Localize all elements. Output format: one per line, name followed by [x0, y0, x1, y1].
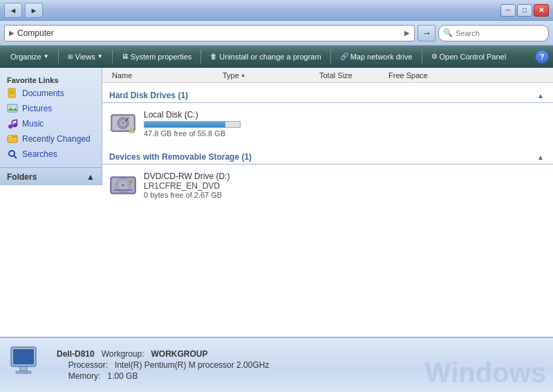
- type-sort-icon: ▲: [241, 72, 246, 78]
- sidebar-item-music[interactable]: Music: [0, 116, 102, 131]
- sidebar-section-title: Favorite Links: [0, 73, 102, 86]
- group-removable-collapse[interactable]: ▲: [535, 151, 546, 162]
- views-label: Views: [75, 53, 95, 61]
- maximize-button[interactable]: □: [517, 4, 532, 17]
- sidebar-item-documents[interactable]: Documents: [0, 86, 102, 101]
- sidebar-item-recently-changed-label: Recently Changed: [22, 134, 91, 144]
- search-wrap: 🔍: [438, 25, 549, 41]
- uninstall-icon: 🗑: [210, 53, 217, 60]
- status-row-computer: Dell-D810 Workgroup: WORKGROUP: [57, 349, 269, 359]
- sidebar-item-searches[interactable]: Searches: [0, 147, 102, 162]
- group-hdd-title: Hard Disk Drives (1): [109, 91, 535, 100]
- sysprops-button[interactable]: 🖥 System properties: [115, 48, 198, 65]
- sidebar-item-searches-label: Searches: [22, 149, 57, 159]
- recently-changed-icon: [7, 133, 18, 144]
- searches-icon: [7, 149, 18, 160]
- svg-point-15: [10, 136, 12, 138]
- drive-d-size: 0 bytes free of 2.67 GB: [144, 191, 546, 199]
- status-bg-decoration: Windows: [425, 357, 546, 389]
- views-button[interactable]: ⊞ Views ▼: [62, 48, 109, 65]
- address-input-wrap[interactable]: ▶ Computer ▶: [4, 25, 415, 41]
- svg-point-29: [122, 184, 124, 187]
- controlpanel-button[interactable]: ⚙ Open Control Panel: [425, 48, 513, 65]
- toolbar-sep-2: [112, 50, 113, 64]
- drive-c-size: 47.8 GB free of 55.8 GB: [144, 129, 546, 138]
- svg-rect-24: [129, 130, 135, 133]
- organize-dropdown-icon: ▼: [44, 53, 49, 59]
- organize-button[interactable]: Organize ▼: [4, 48, 55, 65]
- organize-label: Organize: [10, 53, 41, 61]
- drive-item-d[interactable]: DVD/CD-RW Drive (D:) LR1CFRE_EN_DVD 0 by…: [102, 167, 553, 203]
- workgroup-value: WORKGROUP: [151, 349, 208, 359]
- col-header-total[interactable]: Total Size: [317, 68, 386, 82]
- status-info: Dell-D810 Workgroup: WORKGROUP Processor…: [57, 349, 269, 381]
- workgroup-label: Workgroup:: [102, 349, 144, 359]
- dvd-drive-icon: [110, 173, 136, 198]
- svg-line-11: [12, 120, 17, 121]
- drive-item-c[interactable]: Local Disk (C:) 47.8 GB free of 55.8 GB: [102, 106, 553, 142]
- folders-label: Folders: [7, 172, 37, 182]
- svg-line-17: [14, 156, 17, 158]
- minimize-button[interactable]: ─: [500, 4, 516, 17]
- file-list[interactable]: Hard Disk Drives (1) ▲: [102, 83, 553, 337]
- address-dropdown-icon: ▶: [404, 29, 410, 37]
- address-bar: ▶ Computer ▶ → 🔍: [0, 21, 553, 46]
- drive-c-name: Local Disk (C:): [144, 110, 546, 120]
- hdd-drive-icon: [110, 112, 136, 136]
- drive-c-bar-fill: [144, 122, 225, 127]
- svg-rect-32: [129, 182, 133, 183]
- group-header-removable: Devices with Removable Storage (1) ▲: [102, 147, 553, 165]
- toolbar-sep-3: [200, 50, 201, 64]
- svg-point-14: [8, 136, 10, 138]
- svg-rect-2: [10, 92, 14, 93]
- status-row-processor: Processor: Intel(R) Pentium(R) M process…: [57, 360, 269, 370]
- dvd-icon-wrap: [109, 173, 137, 198]
- computer-status-icon: [7, 344, 48, 386]
- pictures-icon: [7, 103, 18, 114]
- mapnet-label: Map network drive: [350, 53, 413, 61]
- svg-rect-1: [10, 91, 14, 91]
- back-button[interactable]: ◄: [4, 3, 22, 18]
- controlpanel-label: Open Control Panel: [440, 53, 507, 61]
- sidebar-item-recently-changed[interactable]: Recently Changed: [0, 131, 102, 147]
- search-icon: 🔍: [443, 28, 453, 37]
- svg-rect-36: [16, 371, 31, 373]
- drive-c-bar-wrap: [144, 121, 241, 128]
- drive-d-name: DVD/CD-RW Drive (D:): [144, 171, 546, 181]
- controlpanel-icon: ⚙: [431, 53, 438, 60]
- uninstall-label: Uninstall or change a program: [219, 53, 321, 61]
- folders-collapse-icon: ▲: [86, 172, 95, 182]
- group-header-hdd: Hard Disk Drives (1) ▲: [102, 86, 553, 103]
- svg-point-16: [9, 151, 15, 156]
- toolbar-sep-1: [58, 50, 59, 64]
- group-removable-title: Devices with Removable Storage (1): [109, 152, 535, 162]
- drive-c-info: Local Disk (C:) 47.8 GB free of 55.8 GB: [144, 110, 546, 138]
- music-icon: [7, 118, 18, 129]
- sysprops-label: System properties: [131, 53, 192, 61]
- sidebar-item-pictures[interactable]: Pictures: [0, 101, 102, 116]
- close-button[interactable]: ✕: [534, 4, 549, 17]
- sidebar-item-music-label: Music: [22, 119, 44, 129]
- file-area: Name Type ▲ Total Size Free Space Hard D…: [102, 68, 553, 337]
- memory-value: 1.00 GB: [107, 371, 138, 381]
- status-bar: Dell-D810 Workgroup: WORKGROUP Processor…: [0, 337, 553, 392]
- svg-point-22: [122, 122, 124, 124]
- group-hdd-collapse[interactable]: ▲: [535, 90, 546, 101]
- svg-rect-35: [20, 366, 27, 371]
- address-go-button[interactable]: →: [418, 25, 435, 41]
- uninstall-button[interactable]: 🗑 Uninstall or change a program: [204, 48, 327, 65]
- help-button[interactable]: ?: [535, 50, 549, 64]
- folders-bar[interactable]: Folders ▲: [0, 167, 102, 185]
- computer-name: Dell-D810: [57, 349, 95, 359]
- documents-icon: [7, 88, 18, 99]
- mapnet-icon: 🔗: [340, 53, 348, 60]
- col-header-name[interactable]: Name: [109, 68, 220, 82]
- drive-d-info: DVD/CD-RW Drive (D:) LR1CFRE_EN_DVD 0 by…: [144, 171, 546, 199]
- toolbar-sep-5: [422, 50, 422, 64]
- search-input[interactable]: [456, 29, 551, 37]
- status-row-memory: Memory: 1.00 GB: [57, 371, 269, 381]
- forward-button[interactable]: ►: [25, 3, 43, 18]
- mapnet-button[interactable]: 🔗 Map network drive: [334, 48, 419, 65]
- col-header-type[interactable]: Type ▲: [220, 68, 317, 82]
- col-header-free[interactable]: Free Space: [386, 68, 455, 82]
